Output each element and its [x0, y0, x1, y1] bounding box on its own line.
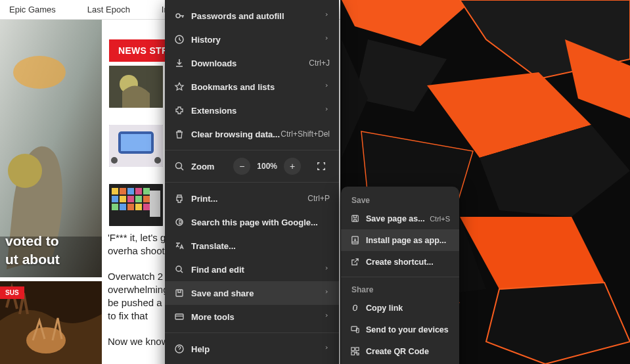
menu-item-label: Passwords and autofill: [191, 11, 330, 21]
submenu-item-label: Install page as app...: [366, 236, 450, 245]
svg-rect-52: [352, 216, 358, 221]
svg-rect-30: [112, 196, 118, 202]
zoom-label: Zoom: [191, 162, 233, 171]
extensions-icon: [174, 105, 191, 116]
svg-rect-40: [150, 191, 160, 217]
menu-item-more_tools[interactable]: More tools: [165, 305, 339, 329]
hero-article-caption: voted to ut about: [0, 232, 102, 277]
chevron-right-icon: [325, 35, 331, 45]
downloads-icon: [174, 58, 191, 68]
svg-rect-58: [351, 352, 355, 355]
chevron-right-icon: [325, 106, 331, 116]
submenu-item-qr[interactable]: Create QR Code: [341, 340, 459, 362]
svg-rect-28: [135, 188, 142, 194]
chevron-right-icon: [325, 312, 331, 322]
menu-item-find[interactable]: Find and edit: [165, 258, 339, 281]
save-and-share-submenu: SaveSave page as...Ctrl+SInstall page as…: [341, 187, 459, 364]
chevron-right-icon: [325, 344, 331, 354]
chevron-right-icon: [325, 11, 331, 21]
menu-item-cbd[interactable]: Clear browsing data...Ctrl+Shift+Del: [165, 122, 339, 146]
menu-item-downloads[interactable]: DownloadsCtrl+J: [165, 51, 339, 75]
menu-shortcut: Ctrl+Shift+Del: [281, 129, 330, 139]
submenu-item-copy_link[interactable]: Copy link: [341, 297, 459, 319]
submenu-item-label: Create QR Code: [366, 347, 450, 356]
menu-item-label: Translate...: [191, 241, 330, 251]
menu-shortcut: Ctrl+J: [309, 58, 330, 68]
menu-item-label: Save and share: [191, 288, 330, 298]
submenu-item-label: Create shortcut...: [366, 258, 450, 267]
menu-item-label: Bookmarks and lists: [191, 82, 330, 92]
menu-item-translate[interactable]: Translate...: [165, 234, 339, 258]
menu-item-bookmarks[interactable]: Bookmarks and lists: [165, 75, 339, 99]
qr-icon: [350, 346, 366, 356]
fullscreen-button[interactable]: [313, 158, 330, 175]
menu-item-label: Clear browsing data...: [191, 129, 281, 139]
svg-point-47: [176, 266, 181, 271]
svg-rect-57: [355, 348, 359, 351]
menu-separator: [165, 150, 339, 150]
menu-item-label: More tools: [191, 312, 330, 322]
svg-point-15: [8, 154, 42, 188]
svg-rect-35: [112, 204, 118, 210]
menu-item-extensions[interactable]: Extensions: [165, 99, 339, 122]
menu-separator: [165, 182, 339, 183]
menu-item-searchg[interactable]: Search this page with Google...: [165, 210, 339, 234]
svg-rect-33: [135, 196, 142, 202]
menu-item-label: Help: [191, 344, 330, 354]
svg-rect-49: [175, 314, 183, 319]
submenu-item-shortcut[interactable]: Create shortcut...: [341, 251, 459, 273]
bookmarks-icon: [174, 81, 191, 92]
svg-rect-21: [121, 134, 151, 151]
print-icon: [174, 193, 191, 204]
chevron-right-icon: [325, 288, 331, 298]
hero-article-image[interactable]: voted to ut about: [0, 20, 102, 277]
bookmark-epic-games[interactable]: Epic Games: [9, 5, 56, 14]
story-thumbnails: [109, 66, 163, 226]
zoom-out-button[interactable]: −: [233, 158, 250, 175]
menu-item-passwords[interactable]: Passwords and autofill: [165, 4, 339, 28]
svg-rect-37: [127, 204, 134, 210]
menu-separator: [165, 332, 339, 333]
svg-rect-55: [356, 329, 359, 333]
menu-item-label: Downloads: [191, 58, 309, 68]
svg-point-22: [111, 157, 118, 164]
submenu-section-share: Share: [341, 281, 459, 297]
svg-rect-39: [143, 204, 150, 210]
menu-item-settings[interactable]: Settings: [165, 361, 339, 364]
svg-point-23: [154, 157, 161, 164]
bookmark-last-epoch[interactable]: Last Epoch: [87, 5, 130, 14]
submenu-item-label: Send to your devices: [366, 325, 450, 334]
zoom-in-button[interactable]: +: [284, 158, 301, 175]
menu-item-label: Find and edit: [191, 265, 330, 275]
save_share-icon: [174, 288, 191, 298]
svg-rect-38: [135, 204, 142, 210]
menu-item-save_share[interactable]: Save and share: [165, 281, 339, 305]
menu-item-label: History: [191, 35, 330, 45]
submenu-separator: [341, 277, 459, 277]
submenu-item-send_devices[interactable]: Send to your devices: [341, 319, 459, 340]
story-thumb-3[interactable]: [109, 184, 163, 226]
svg-rect-26: [120, 188, 126, 194]
submenu-item-save_page_as[interactable]: Save page as...Ctrl+S: [341, 208, 459, 229]
story-thumb-2[interactable]: [109, 125, 163, 167]
menu-item-print[interactable]: Print...Ctrl+P: [165, 187, 339, 210]
searchg-icon: [174, 217, 191, 227]
menu-item-label: Extensions: [191, 106, 330, 116]
svg-rect-56: [351, 348, 355, 351]
history-icon: [174, 34, 191, 45]
cbd-icon: [174, 129, 191, 139]
shortcut-icon: [350, 257, 366, 267]
menu-item-help[interactable]: Help: [165, 337, 339, 361]
send_devices-icon: [350, 325, 366, 334]
svg-rect-27: [127, 188, 134, 194]
submenu-shortcut: Ctrl+S: [430, 215, 450, 223]
passwords-icon: [174, 11, 191, 21]
story-thumb-1[interactable]: [109, 66, 163, 108]
submenu-item-install_app[interactable]: Install page as app...: [341, 229, 459, 251]
menu-item-history[interactable]: History: [165, 28, 339, 51]
menu-shortcut: Ctrl+P: [307, 194, 330, 203]
svg-rect-25: [112, 188, 118, 194]
submenu-item-label: Save page as...: [366, 214, 430, 223]
zoom-value: 100%: [257, 158, 277, 175]
zoom-icon: [174, 161, 191, 171]
